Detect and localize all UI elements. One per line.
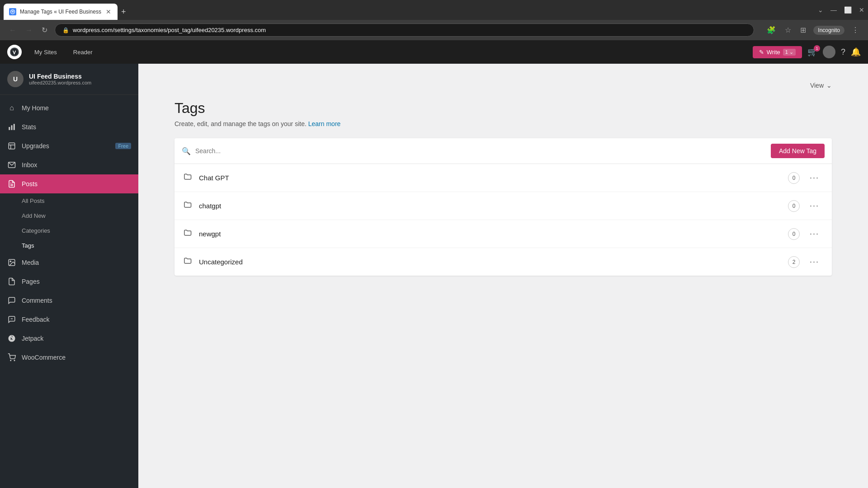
upgrades-badge: Free <box>115 143 131 149</box>
jetpack-icon <box>7 334 16 343</box>
stats-icon <box>7 122 16 131</box>
tab-close-btn[interactable]: ✕ <box>105 7 112 16</box>
write-label: Write <box>767 49 780 56</box>
svg-rect-5 <box>14 124 15 130</box>
write-pen-icon: ✎ <box>759 49 764 56</box>
sidebar-item-label: Comments <box>22 297 52 304</box>
bookmark-btn[interactable]: ☆ <box>783 24 793 36</box>
write-btn[interactable]: ✎ Write 1 ⌄ <box>753 46 802 58</box>
sidebar-nav: ⌂ My Home Stats Upgrades Free I <box>0 95 138 371</box>
search-input[interactable] <box>195 147 766 155</box>
view-btn[interactable]: View ⌄ <box>810 82 832 89</box>
tag-row: Uncategorized 2 ··· <box>175 248 832 276</box>
sidebar-sub-categories[interactable]: Categories <box>0 223 138 238</box>
tag-name: Chat GPT <box>199 174 782 182</box>
sidebar-item-inbox[interactable]: Inbox <box>0 155 138 174</box>
sidebar-item-label: Inbox <box>22 161 37 169</box>
new-tab-btn[interactable]: + <box>118 5 130 19</box>
sidebar-item-woocommerce[interactable]: WooCommerce <box>0 348 138 367</box>
folder-icon <box>184 257 193 267</box>
wp-admin-bar: My Sites Reader ✎ Write 1 ⌄ 🛒 1 ? 🔔 <box>0 40 868 64</box>
sidebar-item-comments[interactable]: Comments <box>0 291 138 310</box>
sidebar-item-feedback[interactable]: Feedback <box>0 310 138 329</box>
svg-text:W: W <box>11 10 14 13</box>
sidebar-item-media[interactable]: Media <box>0 253 138 272</box>
sidebar-item-my-home[interactable]: ⌂ My Home <box>0 99 138 117</box>
svg-rect-3 <box>9 127 10 130</box>
forward-btn[interactable]: → <box>24 24 34 36</box>
sidebar-item-pages[interactable]: Pages <box>0 272 138 291</box>
sidebar-item-label: Feedback <box>22 316 49 323</box>
site-header: U UI Feed Business uifeed20235.wordpress… <box>0 64 138 95</box>
user-avatar[interactable] <box>823 46 835 58</box>
tag-name: Uncategorized <box>199 258 782 266</box>
cart-badge: 1 <box>814 45 820 52</box>
tab-list-btn[interactable]: ⌄ <box>818 6 823 14</box>
sidebar-sub-all-posts[interactable]: All Posts <box>0 193 138 208</box>
lock-icon: 🔒 <box>62 27 69 33</box>
sidebar-toggle-btn[interactable]: ⊞ <box>798 24 808 36</box>
sidebar-item-upgrades[interactable]: Upgrades Free <box>0 136 138 155</box>
page-title: Tags <box>175 100 832 117</box>
reload-btn[interactable]: ↻ <box>40 24 49 36</box>
address-bar[interactable]: 🔒 wordpress.com/settings/taxonomies/post… <box>55 23 754 37</box>
sidebar: U UI Feed Business uifeed20235.wordpress… <box>0 64 138 488</box>
url-text: wordpress.com/settings/taxonomies/post_t… <box>73 27 266 33</box>
add-new-tag-btn[interactable]: Add New Tag <box>771 144 825 158</box>
tag-count: 0 <box>788 200 800 212</box>
tag-more-btn[interactable]: ··· <box>806 255 823 268</box>
media-icon <box>7 258 16 267</box>
woocommerce-icon <box>7 353 16 362</box>
active-tab: W Manage Tags « UI Feed Business ✕ <box>4 4 118 20</box>
reader-nav-btn[interactable]: Reader <box>70 47 96 57</box>
close-btn[interactable]: ✕ <box>859 6 864 14</box>
site-info: UI Feed Business uifeed20235.wordpress.c… <box>29 73 131 85</box>
tag-row: chatgpt 0 ··· <box>175 192 832 220</box>
sidebar-item-label: Jetpack <box>22 335 43 342</box>
profile-btn[interactable]: Incognito <box>813 26 844 35</box>
menu-btn[interactable]: ⋮ <box>850 24 861 36</box>
sidebar-sub-tags[interactable]: Tags <box>0 238 138 253</box>
my-sites-nav-btn[interactable]: My Sites <box>31 47 61 57</box>
site-name: UI Feed Business <box>29 73 131 80</box>
home-icon: ⌂ <box>7 103 16 113</box>
sidebar-item-label: WooCommerce <box>22 354 66 361</box>
wp-logo <box>7 45 22 59</box>
sidebar-item-label: Posts <box>22 180 38 188</box>
notifications-icon[interactable]: 🔔 <box>851 47 861 57</box>
back-btn[interactable]: ← <box>7 24 18 36</box>
posts-icon <box>7 179 16 188</box>
cart-icon-btn[interactable]: 🛒 1 <box>807 47 817 57</box>
extensions-btn[interactable]: 🧩 <box>765 24 778 36</box>
folder-icon <box>184 173 193 183</box>
sidebar-item-jetpack[interactable]: Jetpack <box>0 329 138 348</box>
sidebar-sub-add-new[interactable]: Add New <box>0 208 138 223</box>
tag-count: 0 <box>788 228 800 240</box>
tag-row: Chat GPT 0 ··· <box>175 164 832 192</box>
tag-more-btn[interactable]: ··· <box>806 227 823 240</box>
chevron-down-icon: ⌄ <box>826 82 832 89</box>
sidebar-item-posts[interactable]: Posts <box>0 174 138 193</box>
help-icon[interactable]: ? <box>841 47 845 57</box>
sidebar-item-label: My Home <box>22 104 49 112</box>
tag-name: chatgpt <box>199 202 782 210</box>
sidebar-item-stats[interactable]: Stats <box>0 117 138 136</box>
tags-container: 🔍 Add New Tag Chat GPT 0 ··· chatgpt 0 ·… <box>175 138 832 276</box>
svg-point-13 <box>10 261 11 262</box>
tag-name: newgpt <box>199 230 782 238</box>
address-bar-row: ← → ↻ 🔒 wordpress.com/settings/taxonomie… <box>0 20 868 40</box>
pages-icon <box>7 277 16 286</box>
maximize-btn[interactable]: ⬜ <box>844 6 852 14</box>
tab-title: Manage Tags « UI Feed Business <box>20 9 101 15</box>
site-url: uifeed20235.wordpress.com <box>29 80 131 85</box>
comments-icon <box>7 296 16 305</box>
folder-icon <box>184 229 193 239</box>
tag-more-btn[interactable]: ··· <box>806 199 823 212</box>
site-avatar: U <box>7 71 24 87</box>
minimize-btn[interactable]: — <box>830 6 837 14</box>
tag-count: 0 <box>788 172 800 184</box>
feedback-icon <box>7 315 16 324</box>
tag-more-btn[interactable]: ··· <box>806 171 823 184</box>
svg-rect-4 <box>11 125 13 130</box>
learn-more-link[interactable]: Learn more <box>308 120 341 127</box>
